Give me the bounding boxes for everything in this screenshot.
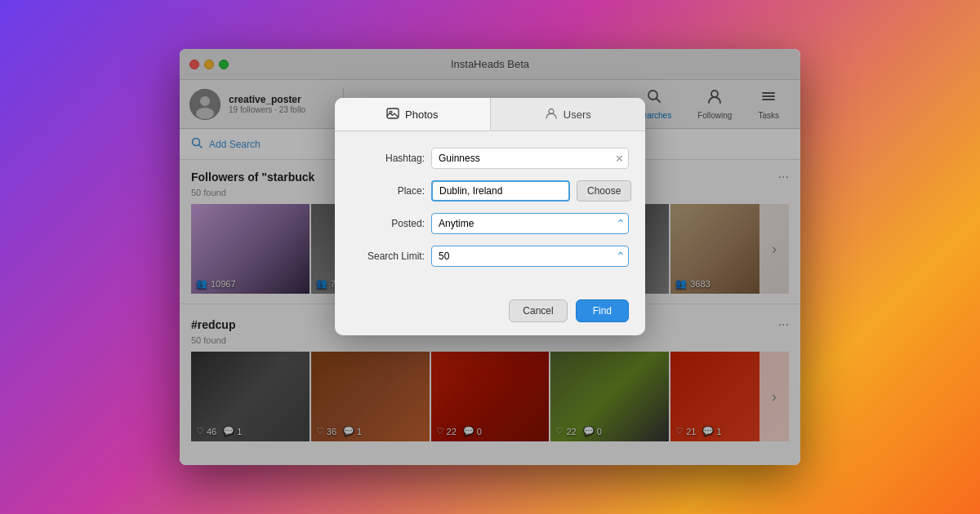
modal-tabs: Photos Users <box>335 98 645 131</box>
tab-photos-label: Photos <box>405 109 438 121</box>
app-window: InstaHeads Beta creative_poster 19 follo… <box>180 49 800 465</box>
hashtag-input-wrapper: ✕ <box>431 148 629 169</box>
form-row-limit: Search Limit: 10 25 50 100 200 ⌃ <box>351 246 629 267</box>
posted-select[interactable]: Anytime Last Hour Last Day Last Week Las… <box>431 213 629 234</box>
form-row-posted: Posted: Anytime Last Hour Last Day Last … <box>351 213 629 234</box>
form-row-hashtag: Hashtag: ✕ <box>351 148 629 169</box>
place-input[interactable] <box>431 180 570 202</box>
choose-button[interactable]: Choose <box>577 180 631 202</box>
tab-photos[interactable]: Photos <box>335 98 491 131</box>
hashtag-input[interactable] <box>431 148 629 169</box>
limit-label: Search Limit: <box>351 250 425 262</box>
modal-overlay: Photos Users Hashtag: <box>180 49 800 465</box>
posted-label: Posted: <box>351 218 425 229</box>
clear-hashtag-button[interactable]: ✕ <box>615 153 624 164</box>
cancel-button[interactable]: Cancel <box>509 299 567 322</box>
place-label: Place: <box>351 185 425 197</box>
users-tab-icon <box>545 107 558 122</box>
form-row-place: Place: Choose <box>351 180 629 202</box>
tab-users[interactable]: Users <box>491 98 646 131</box>
posted-select-wrapper: Anytime Last Hour Last Day Last Week Las… <box>431 213 629 234</box>
limit-select[interactable]: 10 25 50 100 200 <box>431 246 629 267</box>
modal-footer: Cancel Find <box>335 291 645 335</box>
svg-rect-11 <box>387 109 399 118</box>
modal-body: Hashtag: ✕ Place: Choose Posted: <box>335 131 645 291</box>
photos-tab-icon <box>386 107 399 122</box>
limit-select-wrapper: 10 25 50 100 200 ⌃ <box>431 246 629 267</box>
tab-users-label: Users <box>564 109 591 121</box>
search-modal: Photos Users Hashtag: <box>335 98 645 335</box>
hashtag-label: Hashtag: <box>351 153 425 164</box>
find-button[interactable]: Find <box>576 299 629 322</box>
